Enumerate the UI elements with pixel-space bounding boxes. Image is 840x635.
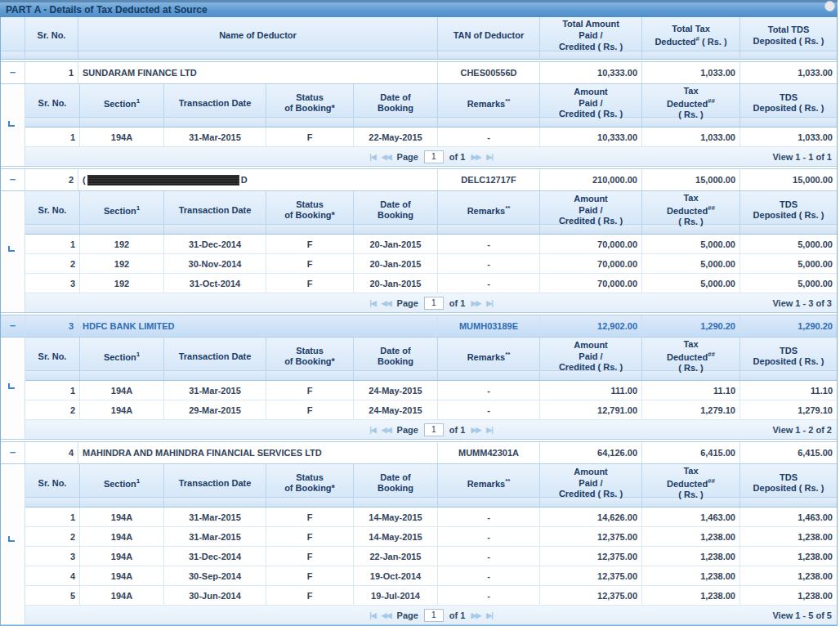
cell-transaction-date: 30-Sep-2014: [164, 566, 266, 585]
cell-transaction-date: 31-Mar-2015: [164, 127, 266, 146]
prev-page-icon[interactable]: ◀◀: [382, 153, 391, 161]
sub-header-amount: Amount Paid / Credited ( Rs. ): [540, 464, 642, 503]
cell-section: 192: [80, 254, 164, 273]
cell-booking-date: 14-May-2015: [354, 508, 438, 526]
cell-tax: 5,000.00: [642, 254, 740, 273]
sub-header-remarks: Remarks**: [438, 191, 540, 230]
prev-page-icon[interactable]: ◀◀: [382, 299, 391, 307]
cell-tds: 1,238.00: [740, 586, 837, 605]
last-page-icon[interactable]: ▶|: [486, 611, 492, 619]
collapse-cell[interactable]: −: [1, 315, 25, 337]
sub-header-tax: TaxDeducted##( Rs. ): [642, 84, 740, 123]
deductor-row[interactable]: − 2 (D DELC12717F 210,000.00 15,000.00 1…: [1, 169, 837, 190]
sub-header-row: Sr. No. Section1 Transaction Date Status…: [25, 84, 837, 118]
cell-tax: 5,000.00: [642, 235, 740, 253]
first-page-icon[interactable]: |◀: [369, 611, 375, 619]
cell-srno: 5: [25, 586, 80, 605]
transaction-row[interactable]: 3 194A 31-Dec-2014 F 22-Jan-2015 - 12,37…: [25, 547, 837, 566]
cell-remarks: -: [438, 400, 540, 419]
sub-header-spacer: [25, 118, 837, 127]
collapse-cell[interactable]: −: [1, 442, 25, 463]
main-header-deductor-name: Name of Deductor: [78, 17, 438, 54]
collapse-icon[interactable]: −: [10, 176, 16, 184]
deductor-row[interactable]: − 1 SUNDARAM FINANCE LTD CHES00556D 10,3…: [1, 62, 837, 83]
cell-status: F: [266, 527, 354, 546]
view-range-label: View 1 - 2 of 2: [772, 420, 832, 439]
transactions-subgrid: Sr. No. Section1 Transaction Date Status…: [1, 463, 837, 624]
cell-booking-date: 22-Jan-2015: [354, 547, 438, 566]
close-icon[interactable]: [824, 1, 835, 11]
collapse-icon[interactable]: −: [10, 449, 16, 457]
transaction-row[interactable]: 2 194A 31-Mar-2015 F 14-May-2015 - 12,37…: [25, 527, 837, 547]
cell-tds: 1,463.00: [740, 508, 837, 526]
main-header-tan: TAN of Deductor: [438, 17, 540, 54]
page-input[interactable]: [424, 297, 444, 310]
collapse-cell[interactable]: −: [1, 62, 25, 83]
next-page-icon[interactable]: ▶▶: [471, 426, 480, 434]
first-page-icon[interactable]: |◀: [369, 153, 375, 161]
sub-header-remarks: Remarks**: [438, 464, 540, 503]
sub-header-spacer: [25, 371, 837, 381]
cell-status: F: [266, 127, 354, 146]
view-range-label: View 1 - 1 of 1: [772, 147, 832, 166]
deductor-row[interactable]: − 4 MAHINDRA AND MAHINDRA FINANCIAL SERV…: [1, 442, 837, 463]
transaction-row[interactable]: 2 192 30-Nov-2014 F 20-Jan-2015 - 70,000…: [25, 254, 837, 274]
last-page-icon[interactable]: ▶|: [486, 299, 492, 307]
last-page-icon[interactable]: ▶|: [486, 153, 492, 161]
sub-header-tds: TDS Deposited ( Rs. ): [740, 464, 837, 503]
cell-section: 192: [80, 235, 164, 253]
cell-tax: 1,033.00: [642, 127, 740, 146]
first-page-icon[interactable]: |◀: [369, 426, 375, 434]
deductor-row-selected[interactable]: − 3 HDFC BANK LIMITED MUMH03189E 12,902.…: [1, 315, 837, 337]
deductor-group: − 2 (D DELC12717F 210,000.00 15,000.00 1…: [1, 168, 837, 313]
deductor-tan: DELC12717F: [438, 169, 540, 190]
transaction-row[interactable]: 1 194A 31-Mar-2015 F 14-May-2015 - 14,62…: [25, 508, 837, 527]
tree-elbow-icon: [8, 536, 15, 542]
transaction-row[interactable]: 2 194A 29-Mar-2015 F 24-May-2015 - 12,79…: [25, 400, 837, 420]
sub-header-transaction-date: Transaction Date: [164, 84, 266, 123]
sub-header-transaction-date: Transaction Date: [164, 338, 266, 376]
cell-amount: 111.00: [540, 381, 642, 400]
cell-transaction-date: 31-Dec-2014: [164, 547, 266, 566]
cell-section: 194A: [80, 547, 164, 566]
cell-section: 192: [80, 274, 164, 293]
cell-tds: 1,238.00: [740, 566, 837, 585]
transaction-row[interactable]: 1 194A 31-Mar-2015 F 22-May-2015 - 10,33…: [25, 127, 837, 147]
cell-amount: 70,000.00: [540, 274, 642, 293]
page-label: Page: [397, 152, 418, 162]
subgrid-gutter: [1, 84, 25, 166]
page-label: Page: [397, 298, 418, 308]
cell-status: F: [266, 547, 354, 566]
collapse-cell[interactable]: −: [1, 169, 25, 190]
last-page-icon[interactable]: ▶|: [486, 426, 492, 434]
page-input[interactable]: [424, 609, 444, 622]
next-page-icon[interactable]: ▶▶: [471, 611, 480, 619]
first-page-icon[interactable]: |◀: [369, 299, 375, 307]
page-input[interactable]: [424, 423, 444, 436]
cell-transaction-date: 31-Mar-2015: [164, 527, 266, 546]
cell-section: 194A: [80, 527, 164, 546]
cell-booking-date: 24-May-2015: [354, 400, 438, 419]
main-header-total-tds: Total TDS Deposited ( Rs. ): [740, 17, 837, 54]
sub-header-remarks: Remarks**: [438, 84, 540, 123]
collapse-icon[interactable]: −: [10, 69, 16, 77]
cell-section: 194A: [80, 127, 164, 146]
prev-page-icon[interactable]: ◀◀: [382, 426, 391, 434]
deductor-total-tax: 15,000.00: [642, 169, 740, 190]
transaction-row[interactable]: 3 192 31-Oct-2014 F 20-Jan-2015 - 70,000…: [25, 274, 837, 293]
transaction-row[interactable]: 5 194A 30-Jun-2014 F 19-Jul-2014 - 12,37…: [25, 586, 837, 606]
next-page-icon[interactable]: ▶▶: [471, 153, 480, 161]
transaction-row[interactable]: 4 194A 30-Sep-2014 F 19-Oct-2014 - 12,37…: [25, 566, 837, 586]
cell-amount: 12,375.00: [540, 527, 642, 546]
next-page-icon[interactable]: ▶▶: [471, 299, 480, 307]
page-input[interactable]: [424, 150, 444, 163]
subgrid-gutter: [1, 191, 25, 312]
collapse-icon[interactable]: −: [10, 322, 16, 330]
page-label: Page: [397, 610, 418, 620]
sub-header-tds: TDS Deposited ( Rs. ): [740, 338, 837, 376]
sub-header-booking-date: Date of Booking: [354, 191, 438, 230]
transaction-row[interactable]: 1 192 31-Dec-2014 F 20-Jan-2015 - 70,000…: [25, 235, 837, 254]
prev-page-icon[interactable]: ◀◀: [382, 611, 391, 619]
transaction-row[interactable]: 1 194A 31-Mar-2015 F 24-May-2015 - 111.0…: [25, 381, 837, 400]
sub-header-srno: Sr. No.: [25, 338, 80, 376]
